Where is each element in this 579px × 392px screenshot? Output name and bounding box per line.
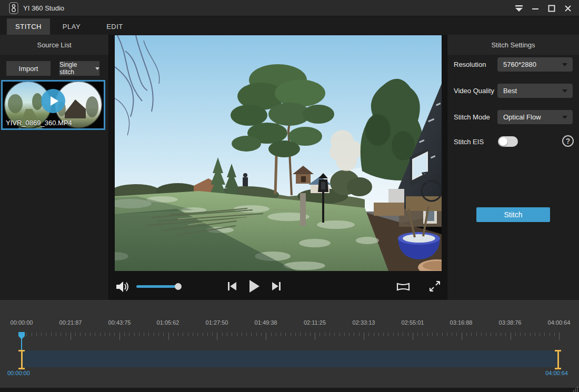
timeline: 00:00:00 00:21:87 00:43:75 01:05:62 01:2… — [0, 300, 579, 388]
import-button[interactable]: Import — [6, 61, 51, 76]
skip-next-icon[interactable] — [271, 281, 282, 292]
video-preview[interactable] — [115, 35, 442, 271]
video-scene-garden — [115, 35, 442, 271]
playback-controls — [109, 271, 447, 300]
tab-play[interactable]: PLAY — [50, 18, 93, 35]
play-icon — [51, 96, 58, 106]
statusbar — [0, 388, 579, 392]
trim-end-time: 04:00:64 — [545, 370, 568, 376]
ruler-label: 02:11:25 — [304, 319, 326, 326]
tab-edit[interactable]: EDIT — [93, 18, 136, 35]
tab-stitch[interactable]: STITCH — [7, 18, 50, 35]
skip-previous-icon[interactable] — [227, 281, 237, 292]
ruler-label: 03:38:76 — [499, 319, 522, 326]
trim-start-handle[interactable] — [18, 350, 25, 369]
stitch-settings-panel: Stitch Settings Resolution 5760*2880 Vid… — [447, 35, 579, 300]
source-clip-thumbnail[interactable]: YIVR_0869_360.MP4 — [1, 80, 105, 130]
ruler-label: 02:55:01 — [402, 319, 424, 326]
video-quality-dropdown[interactable]: Best — [497, 84, 573, 98]
ruler-label: 00:00:00 — [11, 319, 33, 326]
ruler-label: 03:16:88 — [450, 319, 473, 326]
stitch-mode-dropdown[interactable]: Optical Flow — [497, 110, 573, 124]
ruler-label: 01:27:50 — [206, 319, 228, 326]
chevron-down-icon — [95, 67, 99, 70]
maximize-button[interactable] — [546, 2, 557, 15]
clip-filename: YIVR_0869_360.MP4 — [6, 119, 72, 127]
stitch-mode-label: Stitch Mode — [454, 113, 490, 121]
close-button[interactable] — [562, 2, 574, 15]
play-button[interactable] — [248, 279, 260, 293]
resolution-dropdown[interactable]: 5760*2880 — [497, 57, 573, 72]
stitch-button[interactable]: Stitch — [476, 207, 550, 222]
source-list-panel: Source List Import Single stitch — [0, 35, 109, 300]
window-title: YI 360 Studio — [23, 4, 64, 12]
resolution-value: 5760*2880 — [503, 61, 536, 68]
chevron-down-icon — [562, 116, 567, 119]
stitch-type-value: Single stitch — [59, 61, 93, 76]
timeline-ruler[interactable] — [0, 333, 579, 341]
menu-dropdown-icon[interactable] — [513, 2, 525, 15]
volume-slider-knob[interactable] — [175, 283, 182, 290]
thumbnail-play-button[interactable] — [41, 89, 65, 113]
fullscreen-icon[interactable] — [429, 280, 441, 292]
main-tabbar: STITCH PLAY EDIT — [0, 16, 579, 35]
resolution-label: Resolution — [454, 61, 486, 68]
stitch-eis-label: Stitch EIS — [454, 138, 484, 146]
app-logo-icon — [9, 2, 18, 14]
trim-end-handle[interactable] — [555, 350, 561, 369]
ruler-label: 00:21:87 — [59, 319, 82, 326]
chevron-down-icon — [562, 89, 567, 93]
preview-area — [109, 35, 447, 300]
video-quality-value: Best — [503, 87, 517, 95]
source-list-title: Source List — [0, 35, 108, 55]
timeline-track[interactable] — [22, 350, 559, 367]
stitch-mode-value: Optical Flow — [503, 113, 541, 121]
ruler-label: 01:49:38 — [255, 319, 277, 326]
volume-icon[interactable] — [115, 280, 130, 293]
ruler-label: 01:05:62 — [157, 319, 179, 326]
toggle-knob — [499, 137, 507, 146]
stitch-settings-title: Stitch Settings — [447, 35, 579, 55]
ruler-label: 00:43:75 — [108, 319, 131, 326]
video-quality-label: Video Quality — [454, 87, 494, 95]
stitch-eis-toggle[interactable] — [498, 136, 518, 147]
help-icon[interactable]: ? — [562, 135, 574, 147]
ruler-label: 04:00:64 — [548, 319, 571, 326]
minimize-button[interactable] — [530, 2, 541, 15]
ruler-label: 02:33:13 — [353, 319, 375, 326]
panorama-view-icon[interactable] — [396, 282, 411, 292]
titlebar: YI 360 Studio — [0, 0, 579, 16]
app-window: YI 360 Studio STITCH PLAY EDIT Source Li… — [0, 0, 579, 392]
resize-grip[interactable] — [573, 386, 578, 391]
stitch-type-dropdown[interactable]: Single stitch — [59, 61, 99, 76]
chevron-down-icon — [562, 63, 567, 66]
trim-start-time: 00:00:00 — [7, 370, 30, 376]
